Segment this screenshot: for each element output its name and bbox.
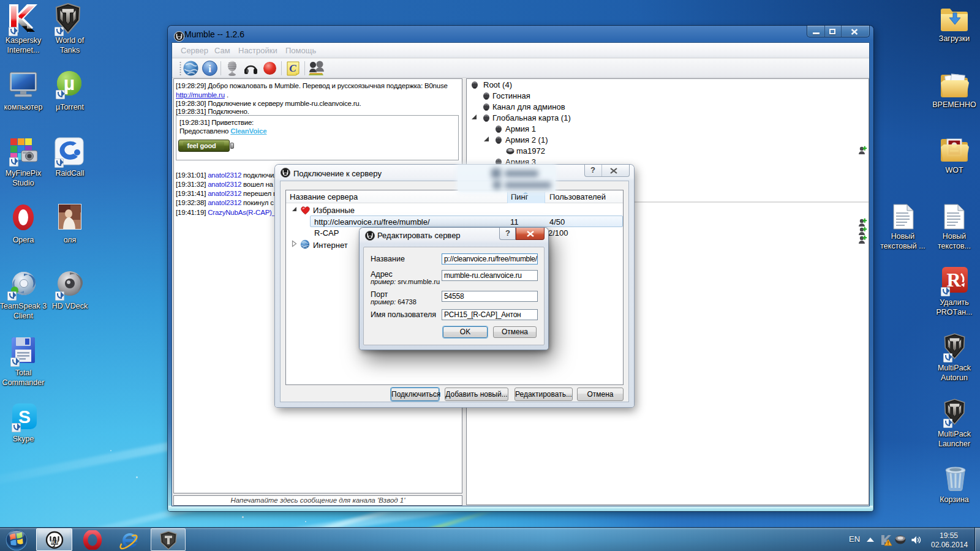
svg-text:C: C	[289, 62, 296, 74]
svg-text:µ: µ	[64, 72, 75, 94]
svg-text:i: i	[208, 63, 211, 75]
svg-text:BLE: BLE	[51, 540, 59, 544]
